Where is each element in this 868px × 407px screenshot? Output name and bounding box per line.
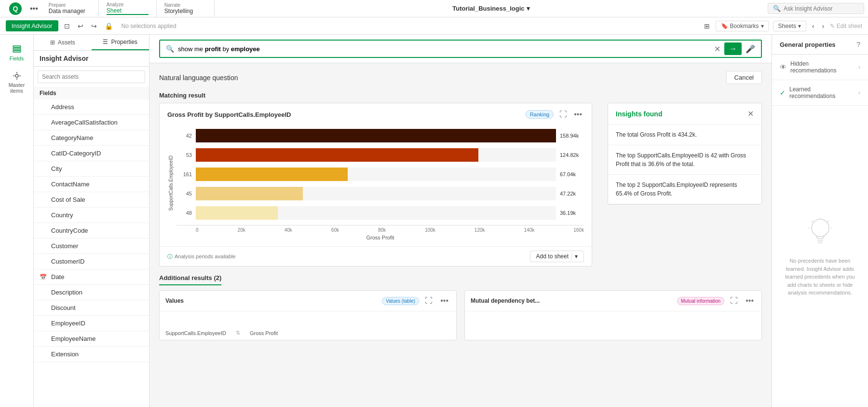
additional-card-title: Values	[165, 297, 378, 304]
right-panel-body: No precedents have been learned. Insight…	[772, 106, 868, 407]
chevron-right-icon: ›	[858, 64, 860, 70]
insight-advisor-button[interactable]: Insight Advisor	[6, 20, 58, 31]
list-item[interactable]: Discount	[34, 300, 149, 316]
svg-rect-2	[13, 46, 21, 47]
insights-close-button[interactable]: ✕	[747, 109, 754, 118]
insight-item: The total Gross Profit is 434.2k.	[608, 125, 761, 145]
additional-card-body: SupportCalls.EmployeeID ⇅ Gross Profit	[160, 311, 456, 340]
nav-logo: Q	[4, 2, 27, 15]
toolbar: Insight Advisor ⊡ ↩ ↪ 🔒 No selections ap…	[0, 17, 868, 35]
bar-fill	[196, 187, 303, 200]
check-icon: ✓	[780, 89, 786, 97]
additional-results-section: Additional results (2) Values Values (ta…	[159, 274, 762, 340]
app-title: Tutorial_Business_logic ▾	[452, 5, 529, 12]
nav-section-narrate[interactable]: Narrate Storytelling	[157, 0, 215, 16]
bar-row: 161 67.04k	[176, 166, 584, 182]
assets-panel: ⊞ Assets ☰ Properties Insight Advisor Fi…	[34, 35, 149, 407]
insights-panel: Insights found ✕ The total Gross Profit …	[608, 103, 762, 205]
nav-section-prepare[interactable]: Prepare Data manager	[41, 0, 99, 16]
info-icon: ⓘ	[167, 253, 173, 260]
add-to-sheet-button[interactable]: Add to sheet ▾	[530, 251, 584, 262]
insights-header: Insights found ✕	[608, 103, 761, 125]
bar-fill	[196, 168, 348, 181]
prev-sheet-button[interactable]: ‹	[810, 20, 816, 32]
svg-text:Q: Q	[13, 5, 18, 13]
help-icon[interactable]: ?	[856, 41, 860, 48]
insight-item: The top SupportCalls.EmployeeID is 42 wi…	[608, 145, 761, 175]
cancel-button[interactable]: Cancel	[726, 71, 762, 84]
right-section-learned: ✓ Learned recommendations ›	[772, 80, 868, 106]
list-item[interactable]: Description	[34, 285, 149, 300]
svg-rect-4	[13, 51, 21, 52]
values-table-badge: Values (table)	[382, 297, 419, 305]
list-item[interactable]: Customer	[34, 239, 149, 254]
list-item[interactable]: Country	[34, 208, 149, 223]
tab-assets[interactable]: ⊞ Assets	[34, 35, 92, 50]
calendar-icon: 📅	[40, 274, 47, 281]
left-sidebar: Fields Master items	[0, 35, 34, 407]
edit-sheet-button[interactable]: ✎ Edit sheet	[830, 23, 862, 29]
list-item[interactable]: Address	[34, 99, 149, 115]
sheets-button[interactable]: Sheets ▾	[773, 21, 806, 31]
list-item[interactable]: City	[34, 161, 149, 177]
select-region-button[interactable]: ⊡	[62, 20, 72, 32]
grid-button[interactable]: ⊞	[702, 20, 712, 32]
redo-button[interactable]: ↪	[89, 20, 99, 32]
bar-fill	[196, 206, 278, 220]
search-input[interactable]	[38, 70, 145, 83]
hidden-recommendations-row[interactable]: 👁 Hidden recommendations ›	[772, 55, 868, 80]
nav-more-button[interactable]: •••	[27, 2, 41, 15]
list-item[interactable]: EmployeeName	[34, 331, 149, 347]
sidebar-tab-fields[interactable]: Fields	[0, 41, 33, 65]
undo-button[interactable]: ↩	[76, 20, 85, 32]
mutual-information-badge: Mutual information	[677, 297, 724, 305]
eye-icon: 👁	[780, 63, 787, 71]
insights-title: Insights found	[616, 110, 662, 118]
expand-chart-button[interactable]: ⛶	[557, 109, 569, 120]
nav-center: Tutorial_Business_logic ▾	[215, 5, 768, 12]
list-item[interactable]: CatID-CategoryID	[34, 146, 149, 161]
ia-search-mic-button[interactable]: 🎤	[746, 44, 755, 54]
chevron-down-icon: ▾	[798, 23, 801, 29]
list-item[interactable]: Extension	[34, 347, 149, 362]
list-item[interactable]: EmployeeID	[34, 316, 149, 331]
ask-insight-input[interactable]	[784, 5, 851, 12]
bookmarks-button[interactable]: 🔖 Bookmarks ▾	[716, 21, 769, 31]
toolbar-right: ⊞ 🔖 Bookmarks ▾ Sheets ▾ ‹ › ✎ Edit shee…	[702, 20, 862, 32]
ask-input[interactable]: 🔍	[768, 3, 864, 14]
analysis-periods: ⓘ Analysis periods available	[167, 253, 236, 260]
bookmark-icon: 🔖	[721, 23, 728, 29]
ia-search-query[interactable]: show me profit by employee	[178, 45, 710, 53]
svg-point-5	[15, 74, 18, 77]
list-item[interactable]: ContactName	[34, 177, 149, 192]
list-item[interactable]: CountryCode	[34, 223, 149, 239]
expand-values-button[interactable]: ⛶	[423, 295, 434, 306]
svg-point-6	[812, 219, 829, 237]
chart-header-actions: ⛶ •••	[557, 109, 584, 120]
no-selections-label: No selections applied	[122, 23, 698, 29]
next-sheet-button[interactable]: ›	[820, 20, 827, 32]
values-more-button[interactable]: •••	[438, 295, 450, 306]
list-item[interactable]: CategoryName	[34, 130, 149, 146]
right-panel-title: General properties	[780, 41, 854, 48]
tab-properties[interactable]: ☰ Properties	[92, 35, 149, 50]
sidebar-tab-master-items[interactable]: Master items	[0, 67, 33, 98]
nav-section-analyze[interactable]: Analyze Sheet	[99, 0, 157, 17]
expand-mutual-button[interactable]: ⛶	[728, 295, 740, 306]
mutual-more-button[interactable]: •••	[744, 295, 756, 306]
add-to-sheet-dropdown-icon: ▾	[571, 253, 578, 260]
chevron-down-icon: ▾	[761, 23, 764, 29]
list-item[interactable]: AverageCallSatisfaction	[34, 115, 149, 130]
list-item[interactable]: CustomerID	[34, 254, 149, 269]
ia-search-submit-button[interactable]: →	[724, 42, 742, 55]
ia-search-clear-button[interactable]: ✕	[714, 44, 720, 54]
list-item[interactable]: 📅Date	[34, 269, 149, 285]
chart-more-button[interactable]: •••	[572, 109, 584, 120]
list-item[interactable]: Cost of Sale	[34, 192, 149, 208]
chart-footer: ⓘ Analysis periods available Add to shee…	[160, 246, 592, 266]
learned-recommendations-row[interactable]: ✓ Learned recommendations ›	[772, 80, 868, 105]
ia-search-bar: 🔍 show me profit by employee ✕ → 🎤	[149, 35, 772, 63]
pencil-icon: ✎	[830, 23, 835, 29]
svg-line-11	[827, 221, 829, 222]
lock-button[interactable]: 🔒	[103, 20, 115, 32]
